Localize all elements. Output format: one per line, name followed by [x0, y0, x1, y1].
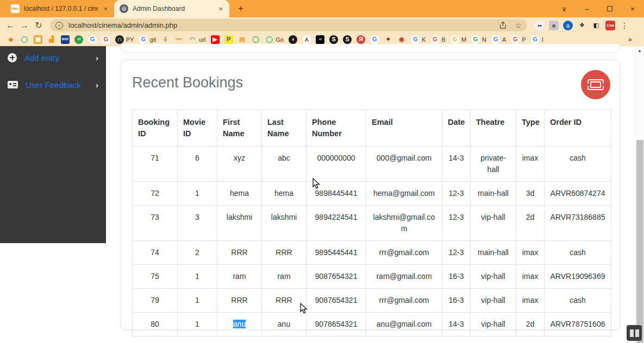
tab-close-icon[interactable]: ×	[102, 5, 109, 13]
table-cell[interactable]: hema@gmail.com	[366, 182, 442, 206]
table-cell[interactable]: 80	[133, 313, 178, 336]
table-cell[interactable]: 9078654321	[307, 313, 366, 336]
bookmark-google-icon[interactable]: G	[102, 35, 110, 44]
table-cell[interactable]: main-hall	[471, 182, 516, 206]
tab-close-icon[interactable]: ×	[217, 5, 224, 13]
table-cell[interactable]: 3d	[516, 182, 545, 206]
bookmark-google-icon[interactable]: GM	[451, 35, 466, 44]
bookmark-github-icon[interactable]: ∩PY	[115, 35, 134, 44]
sidebar-item-user-feedback[interactable]: User Feedback ›	[0, 74, 106, 95]
table-cell[interactable]: anu@gmail.com	[366, 313, 442, 336]
bookmark-badge-13-icon[interactable]: 13	[74, 35, 83, 44]
table-cell[interactable]: 75	[133, 265, 178, 289]
bookmark-matlab-icon[interactable]: ✦	[384, 35, 392, 44]
reload-button[interactable]: ↻	[32, 20, 46, 30]
bookmark-analytics-icon[interactable]: ▟	[47, 35, 56, 44]
table-cell[interactable]: anu	[262, 313, 307, 336]
table-cell[interactable]: 16-3	[442, 289, 471, 313]
bookmark-movie-camera-icon[interactable]: ▤	[238, 35, 247, 44]
table-cell[interactable]: ARVR78751606	[545, 313, 611, 336]
table-cell[interactable]: rrr@gmail.com	[366, 241, 442, 265]
table-cell[interactable]: main-hall	[471, 241, 516, 265]
bookmark-google-icon[interactable]: GA	[491, 35, 506, 44]
table-cell[interactable]: 2d	[516, 313, 545, 336]
bookmark-camera-badge-icon[interactable]: ▣	[34, 35, 42, 44]
table-cell[interactable]: rrr@gmail.com	[366, 289, 442, 313]
forward-button[interactable]: →	[17, 21, 32, 30]
table-cell[interactable]: ram	[217, 265, 262, 289]
bookmark-download-icon[interactable]: ⇩	[161, 35, 170, 44]
bookmark-s-badge-icon[interactable]: S	[329, 35, 338, 44]
bookmark-phpmyadmin-icon[interactable]: PMA	[174, 35, 183, 44]
table-cell[interactable]: cash	[545, 289, 611, 313]
close-window-button[interactable]: ×	[621, 0, 644, 17]
a-extension-icon[interactable]: a	[563, 21, 573, 30]
table-cell[interactable]: imax	[516, 147, 545, 182]
table-cell[interactable]: imax	[516, 241, 545, 265]
maximize-button[interactable]	[598, 0, 621, 17]
bookmark-eye-icon[interactable]: ◉	[397, 35, 406, 44]
table-cell[interactable]: 1	[178, 289, 217, 313]
url-text[interactable]: localhost/cinema/admin/admin.php	[68, 21, 491, 29]
browser-chevron-icon[interactable]: ∨	[553, 0, 576, 17]
table-cell[interactable]: RRR	[217, 289, 262, 313]
table-cell[interactable]: 74	[133, 241, 178, 265]
share-icon[interactable]	[499, 21, 507, 29]
tab-admin-dashboard[interactable]: ⊕ Admin Dashboard ×	[114, 0, 229, 17]
table-cell[interactable]: vip-hall	[471, 313, 516, 336]
bookmark-diamond-icon[interactable]: ◆	[7, 35, 15, 44]
bookmark-google-icon[interactable]: GB	[431, 35, 446, 44]
table-cell[interactable]: 12-3	[442, 241, 471, 265]
bookmark-go-teal-icon[interactable]: ◯Go	[265, 35, 284, 44]
table-cell[interactable]: RRR	[262, 241, 307, 265]
bookmark-p-yellow-icon[interactable]: P	[224, 35, 233, 44]
bookmark-green-ring-icon[interactable]: ◯	[252, 35, 260, 44]
scrollbar-thumb[interactable]	[636, 140, 643, 343]
bookmark-google-icon[interactable]: GK	[411, 35, 426, 44]
table-cell[interactable]: vip-hall	[471, 289, 516, 313]
table-cell[interactable]: 1	[178, 313, 217, 336]
bookmark-yandex-icon[interactable]: Я	[357, 35, 365, 44]
table-cell[interactable]: 79	[133, 289, 178, 313]
table-cell[interactable]: 9895445441	[307, 241, 366, 265]
table-cell[interactable]: 14-3	[442, 313, 471, 336]
new-tab-button[interactable]: +	[234, 2, 248, 16]
table-cell[interactable]: ARVR73186885	[545, 206, 611, 241]
table-cell[interactable]: 000000000	[307, 147, 366, 182]
table-cell[interactable]: vip-hall	[471, 206, 516, 241]
bookmark-youtube-icon[interactable]: ▶	[211, 35, 220, 44]
bookmark-cl-icon[interactable]: cl	[316, 35, 324, 44]
table-cell[interactable]: 1	[178, 265, 217, 289]
bookmark-google-icon[interactable]: G	[370, 35, 379, 44]
site-info-icon[interactable]: i	[55, 22, 63, 29]
scroll-up-arrow-icon[interactable]: ▲	[635, 48, 644, 53]
table-cell[interactable]: 12-3	[442, 182, 471, 206]
table-cell[interactable]: private-hall	[471, 147, 516, 182]
table-cell[interactable]: vip-hall	[471, 265, 516, 289]
tab-phpmyadmin[interactable]: PMA localhost / 127.0.0.1 / cinema_db ×	[5, 0, 114, 17]
table-cell[interactable]: 71	[133, 147, 178, 182]
table-cell[interactable]: abc	[262, 147, 307, 182]
ticket-button[interactable]	[581, 70, 610, 99]
table-cell[interactable]: ram@gmail.com	[366, 265, 442, 289]
bookmark-wifi-icon[interactable]: ◠url	[188, 35, 205, 44]
table-cell[interactable]: lakshmi	[217, 206, 262, 241]
bookmark-star-icon[interactable]: ☆	[515, 21, 522, 30]
panda-extension-icon[interactable]: ••	[535, 21, 545, 30]
puzzle-extension-icon[interactable]: ❖	[577, 21, 587, 30]
bookmarks-overflow-icon[interactable]: »	[628, 35, 637, 43]
table-cell[interactable]: imax	[516, 265, 545, 289]
bookmark-teal-ring-icon[interactable]: ◯	[20, 35, 29, 44]
table-cell[interactable]: 12-3	[442, 206, 471, 241]
table-cell[interactable]: ARVR19096369	[545, 265, 611, 289]
table-cell[interactable]: 3	[178, 206, 217, 241]
dark-reader-icon[interactable]: ◧	[591, 21, 601, 30]
bookmark-google-icon[interactable]: Ggit	[139, 35, 157, 44]
bookmark-google-icon[interactable]: GI	[531, 35, 543, 44]
table-cell[interactable]: 14-3	[442, 147, 471, 182]
pause-recording-button[interactable]	[627, 325, 642, 341]
bookmark-figure-icon[interactable]: ⋏	[302, 35, 311, 44]
table-cell[interactable]: 6	[178, 147, 217, 182]
table-cell[interactable]: hema	[217, 182, 262, 206]
back-button[interactable]: ←	[3, 21, 17, 30]
